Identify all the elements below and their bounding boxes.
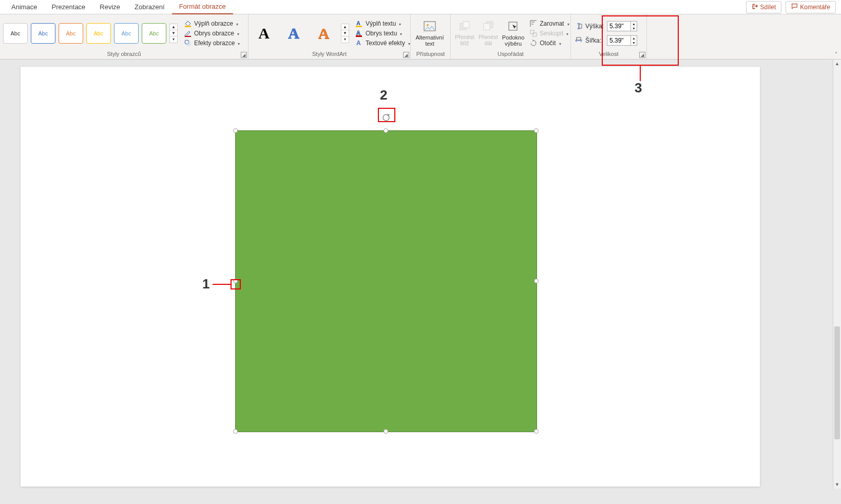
text-outline-icon: A xyxy=(355,29,364,37)
rotate-handle[interactable] xyxy=(381,112,391,123)
width-spin-up[interactable]: ▲ xyxy=(630,36,637,41)
width-input[interactable] xyxy=(607,36,630,45)
svg-rect-14 xyxy=(484,24,490,30)
selection-pane-button[interactable]: Podokno výběru xyxy=(501,19,525,48)
wordart-down[interactable]: ▼ xyxy=(341,30,349,36)
effects-icon xyxy=(184,39,192,47)
pencil-outline-icon xyxy=(184,29,192,37)
collapse-ribbon[interactable]: ˄ xyxy=(832,50,840,58)
shape-outline-label: Obrys obrazce xyxy=(194,30,234,37)
height-label: Výška: xyxy=(585,23,605,30)
tab-animace[interactable]: Animace xyxy=(4,0,45,14)
wordart-style-3[interactable]: A xyxy=(311,22,336,45)
svg-rect-15 xyxy=(509,22,517,30)
share-button[interactable]: Sdílet xyxy=(746,1,782,13)
comment-icon xyxy=(791,3,798,11)
height-spin-down[interactable]: ▼ xyxy=(630,26,637,31)
size-dialog-launcher[interactable]: ◢ xyxy=(639,52,645,58)
selected-    ape-rectangle[interactable] xyxy=(235,130,537,432)
send-backward-button[interactable]: Přenést dál xyxy=(477,18,499,48)
rotate-dropdown[interactable]: Otočit xyxy=(527,38,571,48)
shape-styles-dialog-launcher[interactable]: ◢ xyxy=(241,52,247,58)
resize-handle-s[interactable] xyxy=(384,429,388,434)
wordart-more[interactable]: ▾ xyxy=(341,36,349,43)
wordart-style-2[interactable]: A xyxy=(281,22,306,45)
bring-forward-label: Přenést blíž xyxy=(455,34,474,46)
gallery-up[interactable]: ▲ xyxy=(170,24,177,30)
tab-prezentace[interactable]: Prezentace xyxy=(45,0,93,14)
align-dropdown[interactable]: Zarovnat xyxy=(527,19,571,28)
resize-handle-se[interactable] xyxy=(534,429,539,434)
alt-text-label: Alternativní text xyxy=(415,34,445,47)
arrange-group-label: Uspořádat xyxy=(454,50,567,59)
shape-style-5[interactable]: Abc xyxy=(114,23,139,44)
wordart-group-label: Styly WordArt xyxy=(252,50,407,59)
svg-point-3 xyxy=(187,42,191,46)
shape-outline-dropdown[interactable]: Obrys obrazce xyxy=(182,29,242,38)
resize-handle-n[interactable] xyxy=(384,128,388,133)
wordart-dialog-launcher[interactable]: ◢ xyxy=(403,52,409,58)
tab-revize[interactable]: Revize xyxy=(92,0,127,14)
bring-forward-icon xyxy=(457,20,472,33)
text-effects-dropdown[interactable]: A Textové efekty xyxy=(353,38,412,48)
shape-style-6[interactable]: Abc xyxy=(142,23,166,44)
shape-fill-dropdown[interactable]: Výplň obrazce xyxy=(182,19,242,28)
shape-effects-label: Efekty obrazce xyxy=(194,40,235,47)
svg-rect-5 xyxy=(356,26,362,27)
comments-label: Komentáře xyxy=(800,4,830,11)
shape-fill-label: Výplň obrazce xyxy=(194,20,233,27)
height-input[interactable] xyxy=(607,22,630,30)
group-dropdown[interactable]: Seskupit xyxy=(527,29,571,38)
tab-format-obrazce[interactable]: Formát obrazce xyxy=(172,0,233,14)
svg-rect-18 xyxy=(579,24,582,28)
text-outline-dropdown[interactable]: A Obrys textu xyxy=(353,29,412,38)
wordart-gallery: A A A ▲ ▼ ▾ xyxy=(252,22,349,45)
shape-effects-dropdown[interactable]: Efekty obrazce xyxy=(182,38,242,48)
resize-handle-ne[interactable] xyxy=(534,128,539,133)
share-label: Sdílet xyxy=(760,4,776,11)
svg-rect-7 xyxy=(356,35,362,37)
selection-pane-icon xyxy=(506,20,521,33)
svg-rect-17 xyxy=(533,33,537,36)
comments-button[interactable]: Komentáře xyxy=(786,1,836,13)
shape-style-2[interactable]: Abc xyxy=(31,23,55,44)
resize-handle-w[interactable] xyxy=(233,279,238,283)
svg-rect-0 xyxy=(185,26,191,27)
shape-style-1[interactable]: Abc xyxy=(3,23,28,44)
gallery-down[interactable]: ▼ xyxy=(170,30,177,36)
wordart-scroll: ▲ ▼ ▾ xyxy=(341,24,349,43)
bring-forward-button[interactable]: Přenést blíž xyxy=(454,18,475,48)
scroll-down[interactable]: ▼ xyxy=(833,480,841,489)
width-spin-down[interactable]: ▼ xyxy=(630,41,637,45)
svg-text:A: A xyxy=(356,20,360,26)
rotate-icon xyxy=(529,39,538,47)
send-backward-label: Přenést dál xyxy=(479,34,498,46)
alt-text-button[interactable]: Alternativní text xyxy=(414,19,446,48)
text-fill-dropdown[interactable]: A Výplň textu xyxy=(353,19,412,28)
tab-zobrazeni[interactable]: Zobrazení xyxy=(127,0,172,14)
text-fill-label: Výplň textu xyxy=(366,20,396,27)
wordart-up[interactable]: ▲ xyxy=(341,24,349,30)
gallery-more[interactable]: ▾ xyxy=(170,36,177,43)
height-input-wrapper: ▲ ▼ xyxy=(607,21,637,31)
shape-style-3[interactable]: Abc xyxy=(59,23,83,44)
slide[interactable] xyxy=(21,67,760,487)
shape-style-4[interactable]: Abc xyxy=(86,23,111,44)
scroll-up[interactable]: ▲ xyxy=(833,60,841,68)
size-group-label: Velikost xyxy=(574,50,643,59)
accessibility-group-label: Přístupnost xyxy=(414,50,447,59)
svg-rect-1 xyxy=(185,36,191,37)
height-spin-up[interactable]: ▲ xyxy=(630,22,637,26)
resize-handle-e[interactable] xyxy=(534,279,539,283)
resize-handle-nw[interactable] xyxy=(233,128,238,133)
vertical-scrollbar[interactable]: ▲ ▼ xyxy=(833,60,841,489)
text-outline-label: Obrys textu xyxy=(366,30,397,37)
resize-handle-sw[interactable] xyxy=(233,429,238,434)
svg-rect-19 xyxy=(577,37,581,40)
scroll-thumb[interactable] xyxy=(834,326,840,439)
canvas-area: 1 2 ▲ ▼ xyxy=(0,60,841,504)
svg-point-10 xyxy=(427,24,429,26)
width-label: Šířka: xyxy=(585,37,605,44)
svg-text:A: A xyxy=(356,40,361,47)
wordart-style-1[interactable]: A xyxy=(252,22,276,45)
